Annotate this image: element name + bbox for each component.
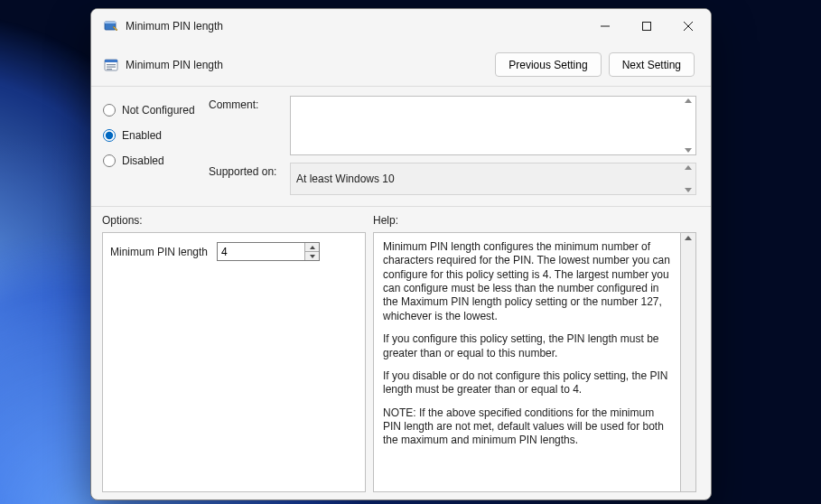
radio-not-configured-label: Not Configured bbox=[122, 104, 195, 117]
help-section-label: Help: bbox=[373, 214, 398, 227]
maximize-button[interactable] bbox=[626, 9, 667, 43]
chevron-up-icon bbox=[685, 98, 692, 103]
comment-label: Comment: bbox=[209, 96, 290, 155]
state-radio-group: Not Configured Enabled Disabled bbox=[102, 96, 209, 195]
radio-not-configured-input[interactable] bbox=[103, 104, 116, 117]
supported-scroll-arrows bbox=[683, 165, 694, 192]
options-panel: Minimum PIN length bbox=[102, 232, 366, 492]
policy-name: Minimum PIN length bbox=[126, 59, 223, 71]
window-title: Minimum PIN length bbox=[126, 20, 223, 33]
chevron-down-icon bbox=[685, 148, 692, 153]
help-scrollbar[interactable] bbox=[681, 232, 696, 492]
lower-panels: Minimum PIN length Minimum PIN length co… bbox=[91, 232, 711, 499]
stepper-down-button[interactable] bbox=[305, 251, 319, 260]
svg-rect-1 bbox=[105, 22, 116, 23]
svg-rect-6 bbox=[107, 66, 116, 67]
radio-disabled-input[interactable] bbox=[103, 154, 116, 167]
radio-enabled-input[interactable] bbox=[103, 129, 116, 142]
min-pin-length-input[interactable] bbox=[218, 243, 304, 260]
chevron-up-icon bbox=[685, 236, 692, 240]
comment-scroll-arrows bbox=[683, 98, 694, 153]
gpedit-policy-window: Minimum PIN length Minimum PIN length bbox=[90, 8, 712, 500]
stepper-up-button[interactable] bbox=[305, 243, 319, 251]
chevron-up-icon bbox=[685, 165, 692, 170]
options-section-label: Options: bbox=[102, 214, 373, 227]
min-pin-length-label: Minimum PIN length bbox=[110, 246, 208, 258]
policy-header: Minimum PIN length Previous Setting Next… bbox=[91, 43, 711, 87]
chevron-up-icon bbox=[310, 246, 315, 249]
chevron-down-icon bbox=[310, 255, 315, 258]
radio-enabled[interactable]: Enabled bbox=[102, 123, 209, 148]
nav-buttons: Previous Setting Next Setting bbox=[495, 52, 695, 77]
window-controls bbox=[584, 9, 709, 43]
radio-not-configured[interactable]: Not Configured bbox=[102, 98, 209, 123]
close-button[interactable] bbox=[667, 9, 709, 43]
help-paragraph: If you configure this policy setting, th… bbox=[383, 332, 671, 360]
policy-setting-icon bbox=[104, 58, 118, 72]
config-area: Not Configured Enabled Disabled Comment:… bbox=[91, 87, 711, 207]
next-setting-button[interactable]: Next Setting bbox=[609, 52, 695, 77]
gpedit-app-icon bbox=[104, 19, 118, 33]
help-paragraph: Minimum PIN length configures the minimu… bbox=[383, 240, 671, 323]
comment-field[interactable] bbox=[290, 96, 696, 155]
supported-on-label: Supported on: bbox=[209, 163, 290, 195]
minimize-button[interactable] bbox=[584, 9, 626, 43]
svg-rect-2 bbox=[643, 23, 651, 31]
help-paragraph: NOTE: If the above specified conditions … bbox=[383, 406, 671, 448]
min-pin-option-row: Minimum PIN length bbox=[110, 242, 358, 261]
svg-rect-4 bbox=[105, 60, 117, 62]
radio-disabled-label: Disabled bbox=[122, 154, 164, 167]
radio-enabled-label: Enabled bbox=[122, 129, 162, 142]
help-paragraph: If you disable or do not configure this … bbox=[383, 369, 671, 397]
titlebar: Minimum PIN length bbox=[91, 9, 711, 43]
radio-disabled[interactable]: Disabled bbox=[102, 148, 209, 173]
section-labels: Options: Help: bbox=[91, 207, 711, 232]
previous-setting-button[interactable]: Previous Setting bbox=[495, 52, 601, 77]
chevron-down-icon bbox=[685, 188, 692, 192]
svg-rect-7 bbox=[107, 69, 112, 70]
supported-on-field: At least Windows 10 bbox=[290, 163, 696, 195]
supported-on-value: At least Windows 10 bbox=[296, 173, 395, 185]
svg-rect-5 bbox=[107, 64, 116, 65]
min-pin-length-stepper[interactable] bbox=[217, 242, 320, 261]
help-panel: Minimum PIN length configures the minimu… bbox=[373, 232, 681, 492]
help-wrap: Minimum PIN length configures the minimu… bbox=[373, 232, 696, 492]
